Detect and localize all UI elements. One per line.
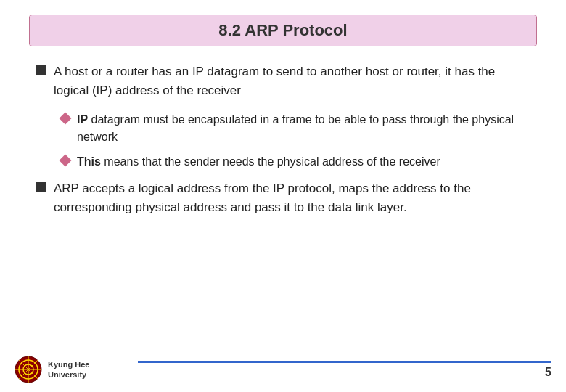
main-bullet-1: A host or a router has an IP datagram to… xyxy=(36,62,530,99)
main-bullet-2-text: ARP accepts a logical address from the I… xyxy=(54,179,530,216)
sub-bullet-1: IP datagram must be encapsulated in a fr… xyxy=(61,111,530,146)
university-logo xyxy=(15,356,42,383)
square-bullet-icon-2 xyxy=(36,182,46,192)
slide-footer: Kyung Hee University 5 xyxy=(0,356,566,383)
footer-divider-line xyxy=(138,361,551,363)
footer-line-area: 5 xyxy=(138,361,551,379)
main-bullet-2: ARP accepts a logical address from the I… xyxy=(36,179,530,216)
sub-bullet-2: This means that the sender needs the phy… xyxy=(61,153,530,171)
slide: 8.2 ARP Protocol A host or a router has … xyxy=(0,0,566,392)
diamond-icon-1 xyxy=(60,113,72,125)
diamond-icon-2 xyxy=(60,155,72,167)
sub-bullet-2-text: This means that the sender needs the phy… xyxy=(77,153,440,171)
slide-title: 8.2 ARP Protocol xyxy=(218,21,347,39)
university-name: Kyung Hee University xyxy=(48,359,89,380)
main-bullet-1-text: A host or a router has an IP datagram to… xyxy=(54,62,530,99)
sub-bullets-group: IP datagram must be encapsulated in a fr… xyxy=(61,111,530,171)
title-bar: 8.2 ARP Protocol xyxy=(29,15,537,46)
sub-bullet-1-text: IP datagram must be encapsulated in a fr… xyxy=(77,111,530,146)
square-bullet-icon-1 xyxy=(36,65,46,75)
slide-content: A host or a router has an IP datagram to… xyxy=(29,62,537,216)
page-number: 5 xyxy=(545,366,551,379)
logo-area: Kyung Hee University xyxy=(15,356,131,383)
